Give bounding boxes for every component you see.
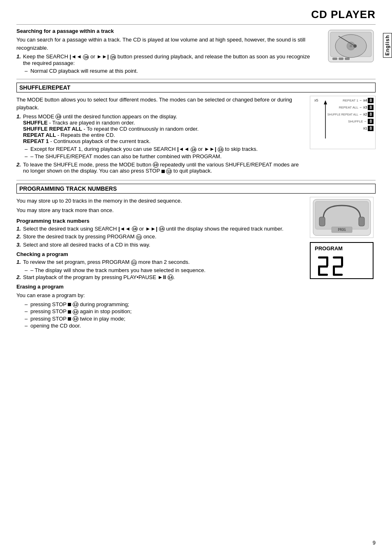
programming-content: You may store up to 20 tracks in the mem… <box>16 197 376 330</box>
tn-step1: 1. Select the desired track using SEARCH… <box>16 226 302 232</box>
shuffle-except: – Except for REPEAT 1, during playback y… <box>25 146 302 152</box>
searching-step1: 1. Keep the SEARCH |◄◄ 16 or ►►| 15 butt… <box>16 53 318 66</box>
ch-step1: 1. To review the set program, press PROG… <box>16 259 302 265</box>
page-number: 9 <box>373 540 376 546</box>
prog-intro1: You may store up to 20 tracks in the mem… <box>16 197 302 205</box>
shuffle-content: The MODE button allows you to select fou… <box>16 96 376 176</box>
top-divider <box>16 24 376 25</box>
svg-point-4 <box>350 45 352 47</box>
cd-top-image <box>326 28 376 64</box>
svg-rect-22 <box>318 274 328 276</box>
svg-rect-15 <box>359 217 364 226</box>
searching-step1-sub: – Normal CD playback will resume at this… <box>25 68 318 74</box>
cd-player-image-2: PROG <box>310 197 374 238</box>
searching-heading: Searching for a passage within a track <box>16 28 318 34</box>
program-display-label: PROGRAM <box>315 245 343 252</box>
er-item3: – pressing STOP 12 twice in play mode; <box>25 316 302 322</box>
shuffle-diagram: x5 REPEAT 1 ← x4 8 REPEAT ALL ← x3 8 SHU… <box>310 96 376 149</box>
shuffle-intro1: The MODE button allows you to select fou… <box>16 96 302 112</box>
checking-heading: Checking a program <box>16 251 302 257</box>
track-numbers-heading: Programming track numbers <box>16 218 302 224</box>
shuffle-step1: 1. Press MODE 10 until the desired funct… <box>16 113 302 145</box>
program-display: PROGRAM <box>310 242 374 279</box>
er-item2: – pressing STOP 12 again in stop positio… <box>25 308 302 315</box>
ch-step2: 2. Start playback of the program by pres… <box>16 274 302 281</box>
program-digits <box>315 255 348 280</box>
svg-rect-8 <box>339 58 344 60</box>
svg-rect-14 <box>319 217 325 226</box>
prog-divider-top <box>16 180 376 180</box>
prog-images: PROG PROGRAM <box>310 197 376 279</box>
shuffle-divider-top <box>16 79 376 79</box>
page-title: CD PLAYER <box>311 8 376 21</box>
prog-text: You may store up to 20 tracks in the mem… <box>16 197 310 330</box>
svg-rect-7 <box>332 58 337 60</box>
language-tab: English <box>383 33 392 58</box>
ch-step1-sub: – – The display will show the track numb… <box>25 267 302 273</box>
shuffle-text: The MODE button allows you to select fou… <box>16 96 310 176</box>
svg-rect-19 <box>326 256 328 266</box>
prog-intro2: You may store any track more than once. <box>16 206 302 215</box>
searching-section: Searching for a passage within a track Y… <box>16 28 376 75</box>
searching-text: Searching for a passage within a track Y… <box>16 28 326 75</box>
svg-rect-9 <box>345 58 350 60</box>
tn-step2: 2. Store the desired track by pressing P… <box>16 233 302 240</box>
shuffle-combined: – – The SHUFFLE/REPEAT modes can also be… <box>25 153 302 159</box>
programming-section-box: PROGRAMMING TRACK NUMBERS <box>16 184 376 194</box>
svg-text:PROG: PROG <box>338 228 346 232</box>
tn-step3: 3. Select and store all desired tracks o… <box>16 242 302 248</box>
svg-rect-24 <box>341 256 343 266</box>
page-header: CD PLAYER <box>16 8 376 21</box>
er-intro: You can erase a program by: <box>16 291 302 300</box>
svg-point-6 <box>353 44 357 48</box>
er-item4: – opening the CD door. <box>25 323 302 329</box>
shuffle-section-box: SHUFFLE/REPEAT <box>16 83 376 92</box>
svg-rect-27 <box>333 274 343 276</box>
shuffle-step2: 2. To leave the SHUFFLE mode, press the … <box>16 162 302 174</box>
searching-para1: You can search for a passage within a tr… <box>16 36 318 52</box>
svg-marker-11 <box>324 100 327 104</box>
erasing-heading: Erasing a program <box>16 284 302 290</box>
er-item1: – pressing STOP 12 during programming; <box>25 301 302 308</box>
